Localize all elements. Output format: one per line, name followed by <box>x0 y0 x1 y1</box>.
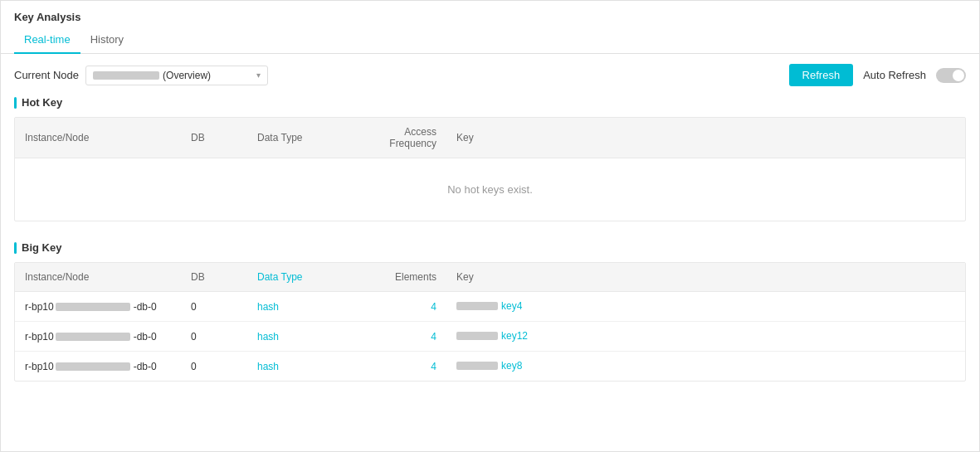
big-key-row-0: r-bp10-db-00hash4key4 <box>15 292 965 322</box>
node-blurred-value <box>93 71 159 80</box>
current-node-label: Current Node <box>14 69 79 81</box>
big-key-elements-value-0: 4 <box>431 301 436 313</box>
hot-key-header-row: Instance/Node DB Data Type Access Freque… <box>15 118 965 158</box>
big-key-db-2: 0 <box>181 352 247 382</box>
big-key-instance-1: r-bp10-db-0 <box>15 322 181 352</box>
hot-key-section: Hot Key Instance/Node DB Data Type Acces… <box>1 96 979 235</box>
toolbar-right: Refresh Auto Refresh <box>789 64 966 86</box>
page-wrapper: Key Analysis Real-time History Current N… <box>0 0 980 452</box>
big-key-datatype-0[interactable]: hash <box>247 292 347 322</box>
big-key-key-0: key4 <box>446 292 965 322</box>
big-key-db-0: 0 <box>181 292 247 322</box>
big-key-key-1: key12 <box>446 322 965 352</box>
big-key-section: Big Key Instance/Node DB Data Type Eleme… <box>1 241 979 395</box>
toolbar-left: Current Node (Overview) ▾ <box>14 66 268 85</box>
th-elements-big: Elements <box>347 263 446 292</box>
tab-history[interactable]: History <box>80 27 134 54</box>
big-key-elements-1: 4 <box>347 322 446 352</box>
th-db-hot: DB <box>181 118 247 158</box>
page-title: Key Analysis <box>1 1 979 23</box>
th-datatype-big: Data Type <box>247 263 347 292</box>
th-key-big: Key <box>446 263 965 292</box>
blurred-key-2 <box>456 362 498 370</box>
th-instance-big: Instance/Node <box>15 263 181 292</box>
th-datatype-hot: Data Type <box>247 118 347 158</box>
big-key-datatype-1[interactable]: hash <box>247 322 347 352</box>
th-instance-hot: Instance/Node <box>15 118 181 158</box>
big-key-key-2: key8 <box>446 352 965 382</box>
big-key-value-0[interactable]: key4 <box>501 300 522 312</box>
big-key-elements-value-1: 4 <box>431 331 436 343</box>
big-key-datatype-link-0[interactable]: hash <box>257 301 279 313</box>
big-key-table-wrapper: Instance/Node DB Data Type Elements Key … <box>14 262 966 382</box>
big-key-elements-value-2: 4 <box>431 361 436 372</box>
refresh-button[interactable]: Refresh <box>789 64 854 86</box>
blurred-instance-2 <box>56 362 130 371</box>
blurred-instance-1 <box>56 333 130 341</box>
big-key-db-1: 0 <box>181 322 247 352</box>
node-overview-label: (Overview) <box>163 70 211 81</box>
hot-key-title: Hot Key <box>14 96 966 109</box>
big-key-instance-0: r-bp10-db-0 <box>15 292 181 322</box>
big-key-header-row: Instance/Node DB Data Type Elements Key <box>15 263 965 292</box>
tab-realtime[interactable]: Real-time <box>14 27 80 54</box>
big-key-title: Big Key <box>14 241 966 254</box>
th-access-hot: Access Frequency <box>347 118 446 158</box>
auto-refresh-toggle[interactable] <box>936 68 966 83</box>
big-key-row-2: r-bp10-db-00hash4key8 <box>15 352 965 382</box>
toolbar: Current Node (Overview) ▾ Refresh Auto R… <box>1 54 979 96</box>
big-key-datatype-2[interactable]: hash <box>247 352 347 382</box>
big-key-elements-0: 4 <box>347 292 446 322</box>
big-key-instance-2: r-bp10-db-0 <box>15 352 181 382</box>
th-db-big: DB <box>181 263 247 292</box>
big-key-datatype-link-1[interactable]: hash <box>257 331 279 343</box>
blurred-key-0 <box>456 302 498 310</box>
blurred-instance-0 <box>56 303 130 311</box>
auto-refresh-label: Auto Refresh <box>863 69 926 81</box>
node-select-dropdown[interactable]: (Overview) ▾ <box>85 66 268 85</box>
big-key-value-1[interactable]: key12 <box>501 330 528 342</box>
hot-key-empty-message: No hot keys exist. <box>15 158 965 221</box>
big-key-table: Instance/Node DB Data Type Elements Key … <box>15 263 965 381</box>
big-key-datatype-link-2[interactable]: hash <box>257 361 279 372</box>
big-key-value-2[interactable]: key8 <box>501 360 522 372</box>
blurred-key-1 <box>456 332 498 340</box>
hot-key-table: Instance/Node DB Data Type Access Freque… <box>15 118 965 221</box>
chevron-down-icon: ▾ <box>256 70 261 80</box>
node-select-text: (Overview) <box>93 70 211 81</box>
tabs-bar: Real-time History <box>1 27 979 54</box>
th-key-hot: Key <box>446 118 965 158</box>
hot-key-empty-row: No hot keys exist. <box>15 158 965 221</box>
hot-key-table-wrapper: Instance/Node DB Data Type Access Freque… <box>14 117 966 221</box>
big-key-elements-2: 4 <box>347 352 446 382</box>
big-key-row-1: r-bp10-db-00hash4key12 <box>15 322 965 352</box>
